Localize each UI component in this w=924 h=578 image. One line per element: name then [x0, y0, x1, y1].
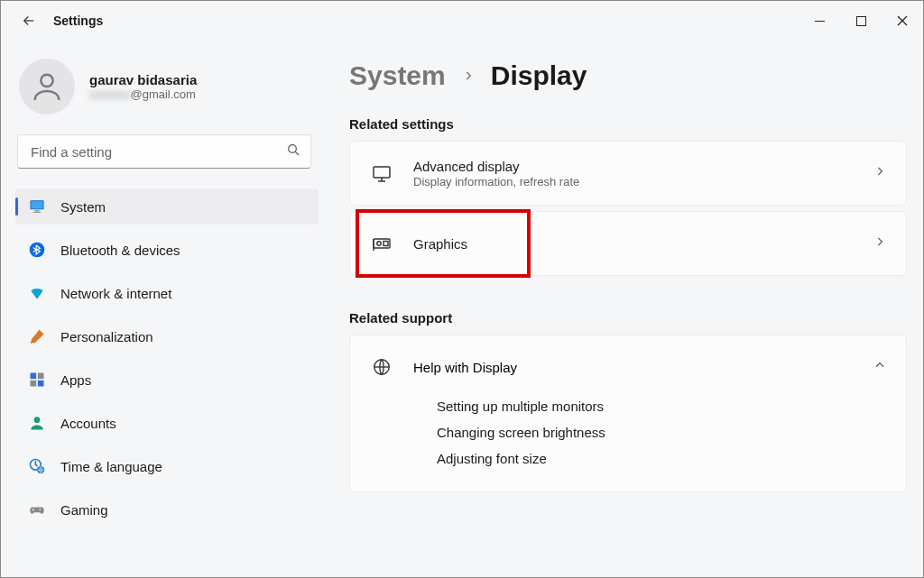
sidebar-item-network[interactable]: Network & internet: [15, 275, 319, 311]
svg-point-19: [39, 509, 41, 510]
display-icon: [370, 162, 393, 184]
sidebar-item-label: Bluetooth & devices: [60, 243, 180, 258]
chevron-right-icon: [462, 66, 475, 87]
breadcrumb-root[interactable]: System: [349, 60, 446, 91]
sidebar-item-personalization[interactable]: Personalization: [15, 318, 319, 354]
globe-help-icon: [370, 357, 393, 377]
user-info: gaurav bidasaria xxxxxxx@gmail.com: [89, 72, 197, 101]
svg-point-24: [377, 242, 381, 245]
support-links: Setting up multiple monitors Changing sc…: [350, 399, 906, 491]
chevron-right-icon: [873, 165, 886, 181]
breadcrumb-current: Display: [491, 60, 587, 91]
card-advanced-display[interactable]: Advanced display Display information, re…: [349, 141, 907, 206]
support-header[interactable]: Help with Display: [350, 335, 906, 399]
search-wrap: [17, 134, 311, 169]
sidebar-item-label: Personalization: [60, 329, 153, 344]
svg-line-6: [295, 151, 299, 155]
svg-rect-1: [856, 16, 865, 25]
bluetooth-icon: [28, 241, 46, 259]
minimize-button[interactable]: [799, 6, 840, 35]
svg-rect-8: [31, 201, 42, 208]
sidebar-item-time-language[interactable]: Time & language: [15, 448, 319, 484]
graphics-card-icon: [370, 233, 393, 254]
card-graphics[interactable]: Graphics: [349, 211, 907, 276]
arrow-left-icon: [21, 13, 37, 29]
apps-icon: [28, 371, 46, 389]
svg-rect-9: [35, 210, 40, 211]
avatar: [19, 59, 75, 115]
window-title: Settings: [53, 14, 103, 28]
support-link[interactable]: Adjusting font size: [437, 451, 886, 466]
breadcrumb: System Display: [349, 60, 907, 91]
sidebar-item-accounts[interactable]: Accounts: [15, 405, 319, 441]
card-title: Graphics: [413, 236, 873, 252]
user-profile[interactable]: gaurav bidasaria xxxxxxx@gmail.com: [15, 59, 319, 131]
svg-point-5: [289, 145, 297, 153]
sidebar-item-gaming[interactable]: Gaming: [15, 491, 319, 528]
sidebar-item-label: System: [60, 199, 106, 215]
sidebar: gaurav bidasaria xxxxxxx@gmail.com Syste…: [1, 41, 326, 577]
svg-point-16: [34, 417, 41, 423]
svg-rect-14: [31, 381, 37, 387]
chevron-right-icon: [873, 235, 886, 252]
brush-icon: [28, 327, 46, 345]
svg-rect-23: [374, 239, 390, 248]
svg-rect-13: [38, 373, 44, 380]
related-support-label: Related support: [349, 310, 907, 326]
main-pane: System Display Related settings Advanced…: [326, 41, 923, 577]
person-icon: [29, 69, 65, 105]
maximize-button[interactable]: [840, 6, 882, 35]
search-icon: [286, 142, 300, 161]
sidebar-item-label: Network & internet: [60, 286, 171, 301]
card-subtitle: Display information, refresh rate: [413, 175, 873, 188]
back-button[interactable]: [14, 5, 44, 36]
sidebar-item-label: Gaming: [60, 502, 108, 518]
card-help-with-display: Help with Display Setting up multiple mo…: [349, 335, 907, 492]
person-icon: [28, 414, 46, 432]
user-name: gaurav bidasaria: [89, 72, 197, 87]
user-email: xxxxxxx@gmail.com: [89, 87, 197, 101]
svg-rect-20: [374, 167, 390, 178]
sidebar-item-system[interactable]: System: [15, 188, 319, 225]
sidebar-item-label: Accounts: [60, 416, 116, 431]
svg-rect-15: [38, 381, 44, 387]
card-title: Advanced display: [413, 159, 873, 174]
search-input[interactable]: [17, 134, 311, 169]
related-settings-label: Related settings: [349, 116, 907, 132]
svg-rect-25: [383, 242, 388, 246]
wifi-icon: [28, 284, 46, 302]
svg-point-4: [41, 75, 52, 87]
window-controls: [799, 6, 923, 35]
titlebar: Settings: [1, 1, 923, 41]
monitor-icon: [28, 197, 46, 216]
svg-rect-10: [33, 212, 41, 213]
sidebar-item-apps[interactable]: Apps: [15, 362, 319, 398]
sidebar-item-label: Apps: [60, 372, 91, 388]
support-link[interactable]: Changing screen brightness: [437, 425, 886, 440]
gamepad-icon: [28, 500, 46, 518]
chevron-up-icon: [873, 359, 886, 375]
support-link[interactable]: Setting up multiple monitors: [437, 399, 886, 414]
support-title: Help with Display: [413, 360, 873, 375]
nav-list: System Bluetooth & devices Network & int…: [15, 188, 319, 528]
clock-globe-icon: [28, 457, 46, 475]
sidebar-item-label: Time & language: [60, 459, 162, 474]
sidebar-item-bluetooth[interactable]: Bluetooth & devices: [15, 232, 319, 268]
svg-rect-12: [31, 373, 37, 380]
close-button[interactable]: [882, 6, 923, 35]
